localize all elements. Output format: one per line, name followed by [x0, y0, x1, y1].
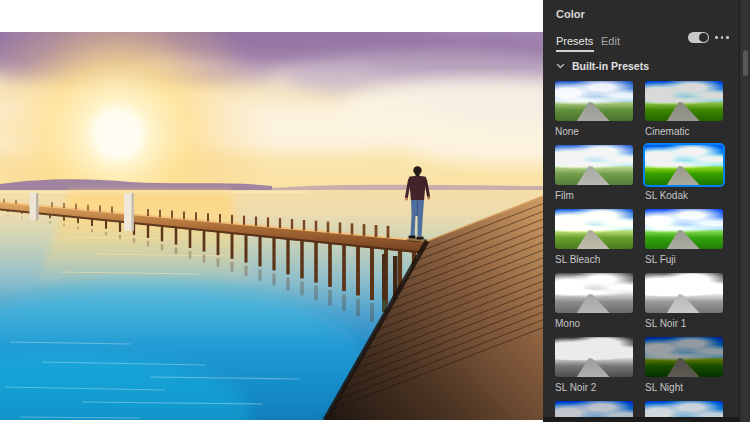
tab-presets[interactable]: Presets	[556, 35, 593, 47]
preset-thumbnail	[645, 209, 723, 249]
road-graphic	[645, 145, 723, 185]
preset-thumbnail	[645, 81, 723, 121]
section-builtin-presets[interactable]: Built-in Presets	[556, 59, 649, 73]
preset-sl-noir-1[interactable]: SL Noir 1	[645, 273, 723, 337]
road-graphic	[555, 273, 633, 313]
panel-enable-toggle[interactable]	[688, 32, 709, 43]
preset-thumbnail	[555, 81, 633, 121]
preset-label: Film	[555, 190, 633, 201]
road-graphic	[555, 145, 633, 185]
photo-canvas[interactable]	[0, 32, 543, 420]
preset-film[interactable]: Film	[555, 145, 633, 209]
preset-label: SL Noir 2	[555, 382, 633, 393]
chevron-down-icon	[556, 63, 565, 69]
preset-thumbnail	[555, 145, 633, 185]
preset-label: SL Night	[645, 382, 723, 393]
scrollbar-track[interactable]	[739, 0, 750, 422]
road-graphic	[645, 81, 723, 121]
road-graphic	[555, 209, 633, 249]
color-panel: Color Presets Edit Built-in Presets None…	[543, 0, 750, 422]
preset-label: Cinematic	[645, 126, 723, 137]
section-label: Built-in Presets	[572, 60, 649, 72]
road-graphic	[645, 209, 723, 249]
toggle-knob	[699, 33, 708, 42]
preset-thumbnail	[645, 337, 723, 377]
preset-sl-kodak[interactable]: SL Kodak	[645, 145, 723, 209]
tab-edit[interactable]: Edit	[601, 35, 620, 47]
preset-mono[interactable]: Mono	[555, 273, 633, 337]
preset-thumbnail	[555, 209, 633, 249]
preset-label: None	[555, 126, 633, 137]
preset-thumbnail	[645, 145, 723, 185]
preset-none[interactable]: None	[555, 81, 633, 145]
preset-label: SL Kodak	[645, 190, 723, 201]
scrollbar-thumb[interactable]	[743, 50, 748, 76]
preset-grid: None Cinematic Film SL Kodak SL Bleach S…	[555, 81, 723, 422]
preset-label: SL Noir 1	[645, 318, 723, 329]
preset-cinematic[interactable]: Cinematic	[645, 81, 723, 145]
preset-sl-night[interactable]: SL Night	[645, 337, 723, 401]
sun	[92, 108, 144, 160]
preset-label: SL Fuji	[645, 254, 723, 265]
active-tab-underline	[556, 50, 594, 52]
road-graphic	[645, 273, 723, 313]
preset-label: Mono	[555, 318, 633, 329]
panel-bottom-divider	[543, 417, 739, 422]
preset-thumbnail	[555, 273, 633, 313]
preset-thumbnail	[645, 273, 723, 313]
road-graphic	[645, 337, 723, 377]
road-graphic	[555, 337, 633, 377]
more-options-icon[interactable]	[715, 35, 731, 39]
preset-sl-noir-2[interactable]: SL Noir 2	[555, 337, 633, 401]
panel-title: Color	[556, 8, 585, 20]
road-graphic	[555, 81, 633, 121]
preset-sl-fuji[interactable]: SL Fuji	[645, 209, 723, 273]
preset-thumbnail	[555, 337, 633, 377]
preset-sl-bleach[interactable]: SL Bleach	[555, 209, 633, 273]
preset-label: SL Bleach	[555, 254, 633, 265]
